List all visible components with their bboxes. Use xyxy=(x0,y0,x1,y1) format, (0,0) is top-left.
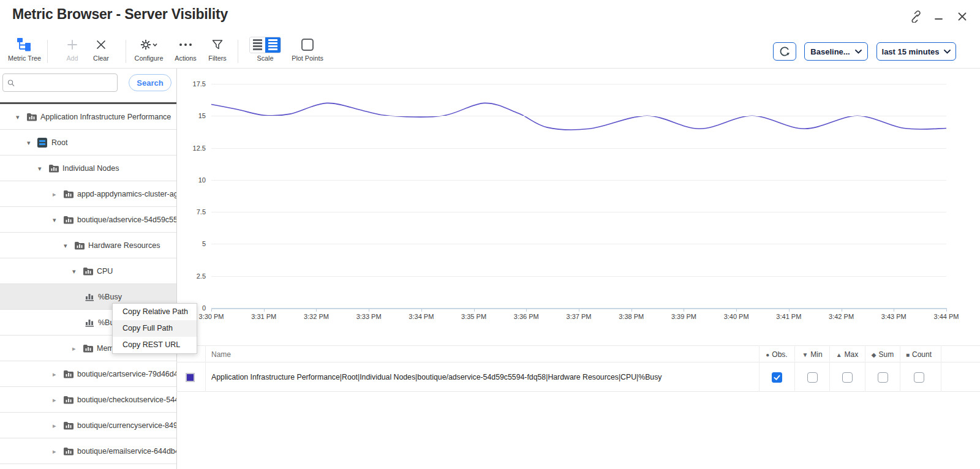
tree-row-individual-nodes[interactable]: ▾Individual Nodes xyxy=(0,156,176,181)
x-axis-tick-label: 3:41 PM xyxy=(767,313,810,320)
gridline xyxy=(211,84,946,84)
tree-row-application-infrastructure-performance[interactable]: ▾Application Infrastructure Performance xyxy=(0,104,176,130)
x-axis-tick-label: 3:35 PM xyxy=(453,313,496,320)
chevron-down-icon xyxy=(855,50,862,54)
tree-row-boutique-checkoutservice-544bdf649[interactable]: ▸boutique/checkoutservice-544bdf649 xyxy=(0,387,176,413)
x-axis-tick-label: 3:31 PM xyxy=(243,313,285,320)
x-axis-tick-label: 3:38 PM xyxy=(610,313,653,320)
y-axis-tick-label: 17.5 xyxy=(176,80,206,88)
baseline-dropdown[interactable]: Baseline... xyxy=(804,42,868,61)
link-icon[interactable] xyxy=(909,10,922,23)
unchecked-checkbox-count[interactable] xyxy=(914,372,924,383)
x-axis-tick xyxy=(421,309,422,312)
x-axis-tick-label: 3:40 PM xyxy=(715,313,758,320)
gridline xyxy=(211,180,946,181)
page-title: Metric Browser - Server Visibility xyxy=(12,6,228,23)
collapse-arrow-icon[interactable]: ▸ xyxy=(53,181,56,207)
tree-row-label: Individual Nodes xyxy=(62,156,119,181)
folder-chart-icon xyxy=(26,112,37,121)
tree-row-label: appd-appdynamics-cluster-agent-app xyxy=(77,181,176,207)
search-button[interactable]: Search xyxy=(129,74,172,91)
tree-row-boutique-emailservice-644db4bdf8-lc[interactable]: ▸boutique/emailservice-644db4bdf8-lc xyxy=(0,438,176,464)
gridline xyxy=(211,276,946,277)
expand-arrow-icon[interactable]: ▾ xyxy=(16,104,20,130)
metric-tree-button[interactable]: Metric Tree xyxy=(3,36,46,67)
gridline xyxy=(211,244,946,244)
column-header-max: ▲Max xyxy=(827,346,867,363)
tree-row-label: Application Infrastructure Performance xyxy=(40,104,171,130)
name-column-header: Name xyxy=(211,346,231,363)
folder-chart-icon xyxy=(63,395,74,404)
column-divider xyxy=(759,345,760,392)
tree-row-label: Hardware Resources xyxy=(88,233,160,258)
root-icon xyxy=(37,138,47,148)
column-header-count: ■Count xyxy=(899,346,938,363)
collapse-arrow-icon[interactable]: ▸ xyxy=(53,387,56,413)
refresh-button[interactable] xyxy=(773,42,796,61)
unchecked-checkbox-sum[interactable] xyxy=(878,372,888,383)
column-divider xyxy=(205,345,206,392)
metric-tree: ▾Application Infrastructure Performance▾… xyxy=(0,104,176,464)
unchecked-checkbox-max[interactable] xyxy=(842,372,853,383)
x-axis-tick xyxy=(474,309,475,312)
tree-row-appd-appdynamics-cluster-agent-app[interactable]: ▸appd-appdynamics-cluster-agent-app xyxy=(0,181,176,207)
menu-item-copy-full-path[interactable]: Copy Full Path xyxy=(113,320,197,337)
tree-row-boutique-cartservice-79d46d4d46-9b[interactable]: ▸boutique/cartservice-79d46d4d46-9b xyxy=(0,361,176,387)
folder-chart-icon xyxy=(63,189,74,198)
folder-chart-icon xyxy=(63,446,74,456)
collapse-arrow-icon[interactable]: ▸ xyxy=(72,336,76,361)
column-divider xyxy=(829,345,830,392)
refresh-icon xyxy=(778,45,791,58)
x-axis-tick-label: 3:33 PM xyxy=(347,313,390,320)
scale-toggle-icon[interactable] xyxy=(249,37,281,53)
tree-row-boutique-currencyservice-8496cb5c7[interactable]: ▸boutique/currencyservice-8496cb5c7 xyxy=(0,413,176,438)
search-field[interactable] xyxy=(18,78,117,87)
column-divider xyxy=(900,345,900,392)
menu-item-copy-relative-path[interactable]: Copy Relative Path xyxy=(113,304,197,320)
collapse-arrow-icon[interactable]: ▸ xyxy=(53,361,56,387)
time-range-dropdown[interactable]: last 15 minutes xyxy=(876,42,956,61)
metric-chart: 02.557.51012.51517.53:30 PM3:31 PM3:32 P… xyxy=(176,69,980,345)
scale-toggle[interactable]: Scale xyxy=(244,36,287,67)
x-axis-tick xyxy=(316,309,317,312)
search-input[interactable] xyxy=(2,73,118,92)
column-divider xyxy=(865,345,865,392)
minimize-icon[interactable] xyxy=(932,10,946,23)
collapse-arrow-icon[interactable]: ▸ xyxy=(53,438,56,464)
max-glyph-icon: ▲ xyxy=(836,351,842,358)
tree-row-label: boutique/adservice-54d59c5594-fdq58 xyxy=(77,207,176,233)
x-axis-tick xyxy=(736,309,737,312)
plot-points-checkbox[interactable]: Plot Points xyxy=(286,36,329,67)
tree-row-hardware-resources[interactable]: ▾Hardware Resources xyxy=(0,233,176,258)
y-axis-tick-label: 12.5 xyxy=(176,144,206,152)
series-row[interactable]: Application Infrastructure Performance|R… xyxy=(176,363,980,392)
toolbar-divider xyxy=(238,40,238,63)
scale-left-option[interactable] xyxy=(250,37,265,53)
checked-checkbox-obs[interactable] xyxy=(772,372,782,383)
y-axis-tick-label: 2.5 xyxy=(176,272,206,280)
x-axis-tick-label: 3:36 PM xyxy=(505,313,548,320)
x-axis-tick xyxy=(579,309,579,312)
expand-arrow-icon[interactable]: ▾ xyxy=(53,207,56,233)
scale-right-option-selected[interactable] xyxy=(265,37,281,53)
expand-arrow-icon[interactable]: ▾ xyxy=(27,130,31,156)
x-axis-tick-label: 3:43 PM xyxy=(872,313,915,320)
filters-button[interactable]: Filters xyxy=(196,36,239,67)
collapse-arrow-icon[interactable]: ▸ xyxy=(53,413,56,438)
tree-row-root[interactable]: ▾Root xyxy=(0,130,176,156)
obs-glyph-icon: ● xyxy=(766,351,769,358)
tree-row-boutique-adservice-54d59c5594-fdq58[interactable]: ▾boutique/adservice-54d59c5594-fdq58 xyxy=(0,207,176,233)
menu-item-copy-rest-url[interactable]: Copy REST URL xyxy=(113,337,197,353)
x-axis-tick xyxy=(264,309,265,312)
plot-points-box-icon[interactable] xyxy=(301,39,314,51)
expand-arrow-icon[interactable]: ▾ xyxy=(38,156,42,181)
column-divider xyxy=(794,345,795,392)
close-icon[interactable] xyxy=(956,10,969,23)
tree-row-cpu[interactable]: ▾CPU xyxy=(0,258,176,284)
expand-arrow-icon[interactable]: ▾ xyxy=(72,258,76,284)
tree-row-label: boutique/emailservice-644db4bdf8-lc xyxy=(77,438,176,464)
expand-arrow-icon[interactable]: ▾ xyxy=(64,233,67,258)
unchecked-checkbox-min[interactable] xyxy=(807,372,818,383)
clear-button[interactable]: Clear xyxy=(80,36,123,67)
column-header-obs: ●Obs. xyxy=(757,346,796,363)
